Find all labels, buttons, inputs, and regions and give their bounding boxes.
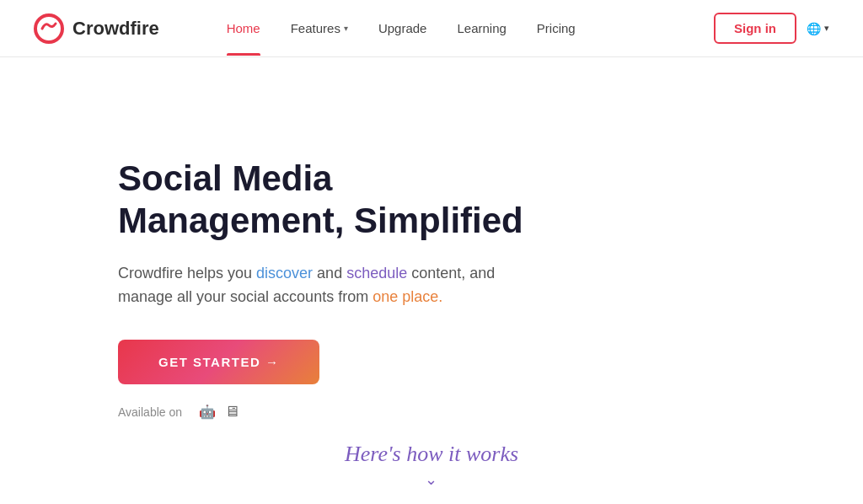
- navbar: Crowdfire Home Features ▾ Upgrade Learni…: [0, 0, 863, 57]
- how-it-works-chevron-icon[interactable]: ⌄: [345, 470, 518, 489]
- language-button[interactable]: 🌐 ▾: [807, 22, 829, 35]
- features-chevron-icon: ▾: [344, 24, 348, 33]
- hero-subtitle: Crowdfire helps you discover and schedul…: [118, 261, 506, 310]
- globe-icon: 🌐: [807, 22, 821, 35]
- desktop-icon: 🖥: [224, 403, 239, 421]
- chevron-down-icon: ▾: [824, 23, 829, 34]
- hero-content: Social Media Management, Simplified Crow…: [118, 158, 556, 421]
- nav-upgrade[interactable]: Upgrade: [378, 21, 427, 35]
- logo[interactable]: Crowdfire: [34, 13, 159, 44]
- logo-text: Crowdfire: [72, 18, 159, 40]
- get-started-button[interactable]: GET STARTED →: [118, 340, 319, 384]
- how-it-works-text: Here's how it works: [345, 442, 518, 466]
- platform-icons: 🤖 🖥: [190, 403, 239, 421]
- signin-button[interactable]: Sign in: [714, 13, 796, 44]
- android-icon: 🤖: [199, 404, 216, 420]
- logo-icon: [34, 13, 64, 44]
- nav-pricing[interactable]: Pricing: [537, 21, 576, 35]
- nav-links: Home Features ▾ Upgrade Learning Pricing: [227, 21, 714, 35]
- hero-section: Social Media Management, Simplified Crow…: [0, 57, 863, 504]
- hero-title: Social Media Management, Simplified: [118, 158, 556, 243]
- available-on: Available on 🤖 🖥: [118, 403, 556, 421]
- nav-home[interactable]: Home: [227, 21, 260, 35]
- nav-right: Sign in 🌐 ▾: [714, 13, 829, 44]
- how-it-works: Here's how it works ⌄: [345, 442, 518, 489]
- nav-features[interactable]: Features ▾: [291, 21, 348, 35]
- nav-learning[interactable]: Learning: [457, 21, 506, 35]
- svg-point-0: [35, 15, 62, 42]
